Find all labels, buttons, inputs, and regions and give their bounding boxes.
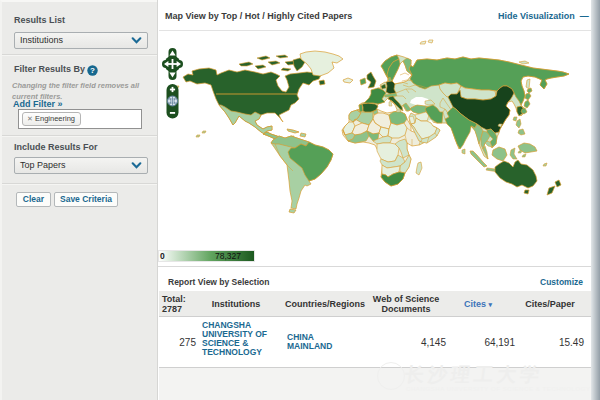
svg-text:?: ? [90, 66, 95, 75]
